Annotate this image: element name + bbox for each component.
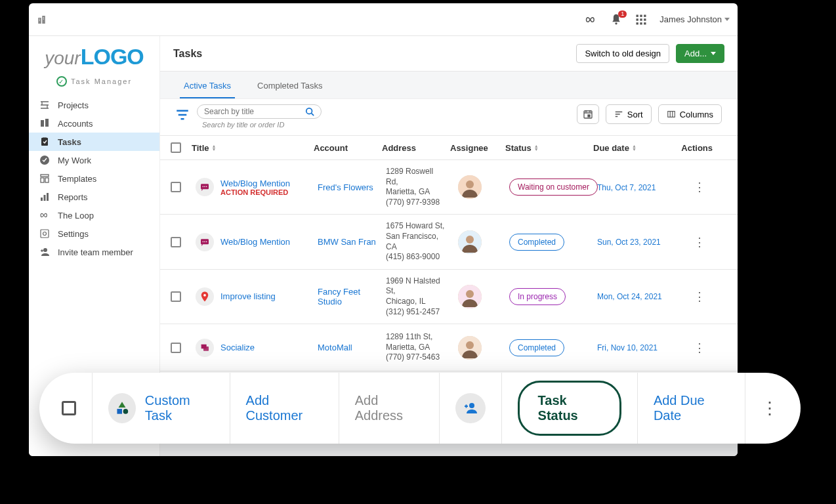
address-cell: 1675 Howard St,San Francisco, CA(415) 86… [382, 215, 450, 268]
svg-rect-15 [644, 22, 646, 24]
status-badge[interactable]: Waiting on customer [509, 178, 598, 196]
svg-rect-3 [39, 20, 40, 20]
fb-add-address[interactable]: Add Address [339, 373, 440, 444]
nav-reports[interactable]: Reports [29, 188, 159, 206]
projects-icon [39, 100, 50, 110]
user-menu[interactable]: James Johnston [659, 14, 730, 24]
svg-rect-11 [640, 18, 642, 20]
account-link[interactable]: Fancy Feet Studio [318, 287, 360, 306]
due-date: Sun, Oct 23, 2021 [597, 238, 661, 247]
svg-rect-21 [41, 178, 44, 182]
status-badge[interactable]: Completed [509, 339, 564, 356]
assignee-avatar[interactable] [458, 175, 482, 199]
shapes-icon [108, 393, 136, 423]
nav-tasks[interactable]: Tasks [29, 133, 159, 151]
fb-custom-task[interactable]: Custom Task [93, 373, 230, 444]
nav-projects[interactable]: Projects [29, 96, 159, 114]
search-hint: Search by title or order ID [202, 121, 322, 129]
filter-icon[interactable] [176, 108, 189, 121]
assignee-avatar[interactable] [458, 230, 482, 254]
nav-invite[interactable]: Invite team member [29, 243, 159, 261]
columns-icon [667, 110, 676, 119]
templates-icon [39, 173, 50, 184]
status-badge[interactable]: Completed [509, 234, 564, 251]
status-badge[interactable]: In progress [509, 288, 566, 305]
nav-settings[interactable]: Settings [29, 224, 159, 243]
buildings-icon [37, 14, 49, 26]
calendar-button[interactable] [577, 104, 599, 124]
fb-more[interactable]: ⋮ [745, 373, 801, 444]
col-account[interactable]: Account [314, 143, 382, 153]
col-due-date[interactable]: Due date▲▼ [593, 143, 680, 153]
switch-design-button[interactable]: Switch to old design [576, 44, 669, 63]
add-button[interactable]: Add... [676, 44, 724, 63]
fb-add-customer[interactable]: Add Customer [230, 373, 339, 444]
svg-point-37 [203, 186, 204, 188]
svg-rect-8 [640, 14, 642, 16]
tab-completed-tasks[interactable]: Completed Tasks [253, 72, 326, 98]
search-icon [305, 107, 314, 116]
svg-rect-16 [41, 120, 44, 127]
reports-icon [39, 192, 50, 202]
task-title-link[interactable]: Web/Blog Mention [220, 178, 290, 188]
tab-active-tasks[interactable]: Active Tasks [180, 72, 235, 98]
svg-rect-9 [644, 14, 646, 16]
nav-theloop[interactable]: The Loop [29, 206, 159, 224]
row-checkbox[interactable] [171, 237, 181, 247]
row-actions[interactable]: ⋮ [680, 228, 719, 256]
task-title-link[interactable]: Improve listing [220, 291, 276, 301]
svg-rect-5 [43, 18, 44, 19]
row-actions[interactable]: ⋮ [680, 173, 719, 201]
fb-task-status[interactable]: Task Status [502, 373, 638, 444]
more-vert-icon: ⋮ [761, 398, 778, 419]
nav-templates[interactable]: Templates [29, 169, 159, 188]
account-link[interactable]: Fred's Flowers [318, 182, 373, 192]
search-box[interactable] [197, 104, 322, 119]
apps-grid-icon[interactable] [635, 13, 648, 26]
account-link[interactable]: MotoMall [318, 343, 352, 352]
logo: yourLOGO [29, 36, 159, 71]
task-type-icon [196, 178, 214, 196]
svg-marker-56 [118, 402, 125, 408]
svg-rect-12 [644, 18, 646, 20]
task-type-icon [196, 233, 214, 251]
infinity-icon[interactable] [585, 13, 598, 26]
task-title-link[interactable]: Web/Blog Mention [220, 237, 290, 247]
col-address[interactable]: Address [382, 143, 450, 153]
fb-assignee[interactable] [440, 373, 502, 444]
row-checkbox[interactable] [171, 343, 181, 353]
notifications-icon[interactable]: 1 [610, 13, 623, 26]
col-title[interactable]: Title▲▼ [192, 143, 314, 153]
nav-accounts[interactable]: Accounts [29, 114, 159, 133]
row-checkbox[interactable] [171, 182, 181, 192]
sort-icon [614, 110, 623, 119]
fb-add-due-date[interactable]: Add Due Date [638, 373, 745, 444]
row-actions[interactable]: ⋮ [680, 283, 719, 310]
user-name: James Johnston [659, 14, 722, 24]
select-all-checkbox[interactable] [171, 142, 181, 153]
address-cell: 1289 11th St,Marietta, GA(770) 977-5463 [382, 326, 450, 369]
fb-checkbox[interactable] [62, 401, 76, 415]
svg-point-43 [203, 241, 204, 242]
row-checkbox[interactable] [171, 291, 181, 302]
col-assignee[interactable]: Assignee [450, 143, 505, 153]
page-title: Tasks [173, 48, 202, 60]
sort-arrows-icon: ▲▼ [212, 144, 217, 151]
search-input[interactable] [204, 107, 305, 116]
table-row: SocializeMotoMall1289 11th St,Marietta, … [160, 324, 738, 371]
assignee-avatar[interactable] [458, 285, 482, 308]
svg-rect-31 [181, 118, 184, 120]
tasks-icon [39, 136, 50, 147]
address-cell: 1289 Roswell Rd,Marietta, GA(770) 977-93… [382, 160, 450, 214]
nav-mywork[interactable]: My Work [29, 151, 159, 169]
col-status[interactable]: Status▲▼ [505, 143, 593, 153]
row-actions[interactable]: ⋮ [680, 334, 719, 362]
task-title-link[interactable]: Socialize [220, 343, 255, 352]
svg-rect-34 [588, 115, 590, 117]
sort-arrows-icon: ▲▼ [632, 144, 637, 151]
assignee-avatar[interactable] [458, 336, 482, 360]
svg-point-58 [123, 409, 129, 414]
sort-button[interactable]: Sort [606, 104, 652, 124]
columns-button[interactable]: Columns [658, 104, 722, 124]
account-link[interactable]: BMW San Fran [318, 237, 376, 247]
